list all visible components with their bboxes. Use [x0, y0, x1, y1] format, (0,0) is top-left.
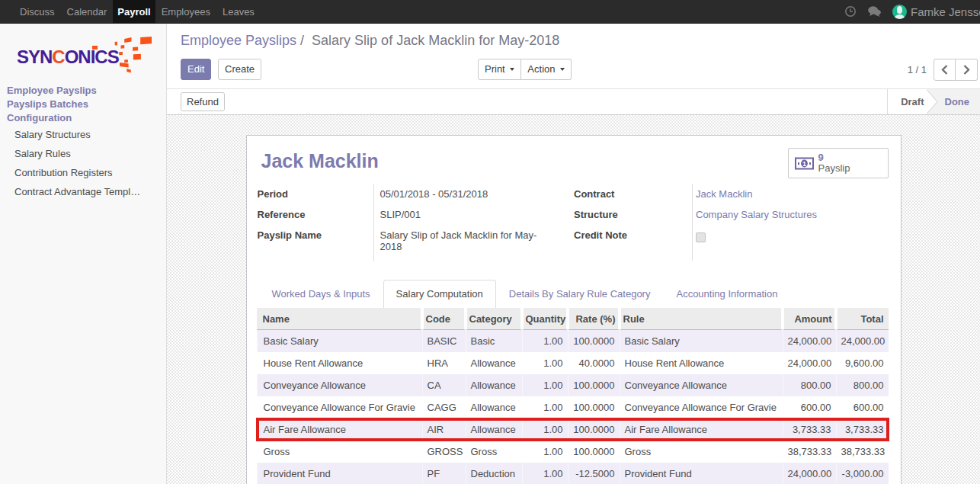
svg-text:1: 1	[802, 160, 806, 168]
svg-text:SYNCONICS: SYNCONICS	[17, 46, 120, 67]
